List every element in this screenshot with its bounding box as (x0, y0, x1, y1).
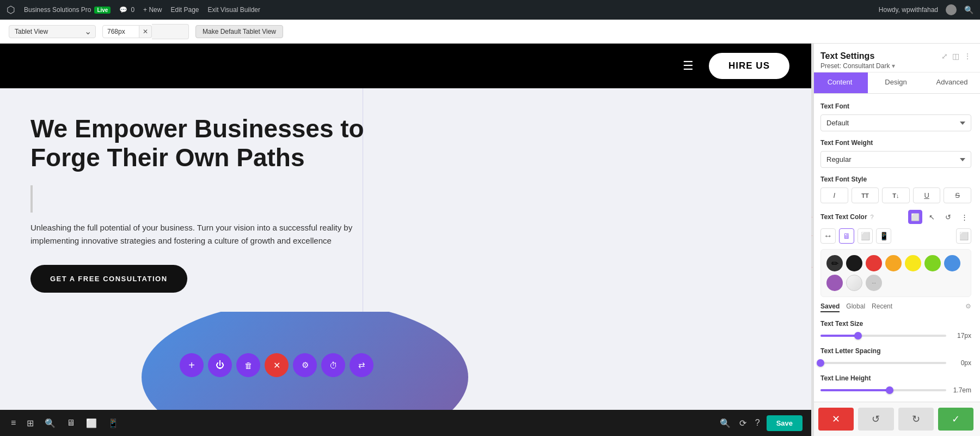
line-height-slider-row: 1.7em (820, 386, 971, 394)
text-font-weight-select[interactable]: Regular (820, 151, 971, 168)
line-height-label: Text Line Height (820, 374, 971, 382)
panel-body: Text Font Default Text Font Weight Regul… (812, 94, 980, 402)
view-select[interactable]: Tablet View (9, 25, 96, 38)
color-cursor-button[interactable]: ↖ (924, 210, 939, 224)
panel-expand-icon[interactable]: ⤢ (941, 52, 948, 60)
bottom-help-icon[interactable]: ? (755, 418, 760, 428)
italic-button[interactable]: I (820, 187, 848, 203)
text-size-track[interactable] (820, 335, 946, 337)
width-input[interactable] (102, 25, 139, 38)
add-element-button[interactable]: + (180, 353, 204, 377)
swatch-tab-global[interactable]: Global (846, 302, 865, 312)
small-caps-button[interactable]: TT (852, 187, 879, 203)
cta-button[interactable]: GET A FREE CONSULTATION (30, 265, 187, 293)
swatch-purple[interactable] (826, 275, 843, 291)
panel-menu-icon[interactable]: ⋮ (964, 52, 971, 60)
mobile-tool-icon[interactable]: 📱 (106, 416, 121, 431)
bottom-search-icon[interactable]: 🔍 (720, 418, 731, 428)
panel-redo-button[interactable]: ↻ (898, 408, 934, 431)
device-arrow-left[interactable]: ↔ (820, 228, 836, 244)
panel-title: Text Settings (820, 51, 874, 61)
underline-button[interactable]: U (913, 187, 941, 203)
admin-bar: ⬡ Business Solutions Pro Live 💬 0 + New … (0, 0, 980, 20)
swatch-orange[interactable] (885, 255, 902, 271)
builder-bottom-toolbar: ≡ ⊞ 🔍 🖥 ⬜ 📱 🔍 ⟳ ? Save (0, 410, 811, 436)
device-mobile-button[interactable]: 📱 (876, 228, 891, 244)
desktop-tool-icon[interactable]: 🖥 (64, 416, 77, 430)
annotation-arrow-3: ← (812, 262, 814, 273)
panel-split-icon[interactable]: ◫ (952, 52, 959, 60)
site-navigation: ☰ HIRE US (0, 44, 811, 88)
swatch-green[interactable] (924, 255, 941, 271)
hamburger-icon[interactable]: ☰ (683, 59, 694, 73)
tab-content[interactable]: Content (812, 72, 868, 93)
hero-description: Unleashing the full potential of your bu… (30, 221, 368, 247)
hire-us-button[interactable]: HIRE US (709, 53, 789, 79)
clear-width-button[interactable]: ✕ (139, 25, 152, 38)
settings-button[interactable]: ⚙ (293, 353, 317, 377)
panel-confirm-button[interactable]: ✓ (938, 408, 973, 431)
save-button[interactable]: Save (767, 415, 803, 431)
panel-undo-button[interactable]: ↺ (858, 408, 893, 431)
comments-icon[interactable]: 💬 0 (119, 6, 134, 14)
site-preview: ☰ HIRE US We Empower Businesses to Forge… (0, 44, 811, 410)
hamburger-tool-icon[interactable]: ≡ (9, 416, 18, 430)
site-name[interactable]: Business Solutions Pro Live (24, 6, 111, 14)
grid-tool-icon[interactable]: ⊞ (24, 416, 36, 431)
strikethrough-button[interactable]: S (944, 187, 971, 203)
text-size-thumb[interactable] (854, 332, 862, 340)
swatch-red[interactable] (866, 255, 882, 271)
swatch-more[interactable]: ··· (866, 275, 882, 291)
annotation-1: 1 ← (812, 210, 814, 224)
color-more-button[interactable]: ⋮ (957, 210, 971, 224)
swatch-settings-icon[interactable]: ⚙ (965, 302, 971, 312)
device-wide-button[interactable]: ⬜ (956, 228, 971, 244)
admin-search-icon[interactable]: 🔍 (964, 5, 973, 14)
admin-bar-right: Howdy, wpwithfahad 🔍 (879, 4, 973, 15)
timer-button[interactable]: ⏱ (321, 353, 345, 377)
swatch-custom[interactable] (846, 275, 862, 291)
swatch-yellow[interactable] (905, 255, 921, 271)
search-tool-icon[interactable]: 🔍 (42, 416, 58, 431)
tab-design[interactable]: Design (868, 72, 924, 93)
edit-page-link[interactable]: Edit Page (170, 6, 199, 14)
annotation-arrow-1: ← (812, 211, 814, 223)
new-content-button[interactable]: + New (143, 6, 162, 14)
swatch-black[interactable] (846, 255, 862, 271)
tablet-tool-icon[interactable]: ⬜ (84, 416, 99, 431)
panel-cancel-button[interactable]: ✕ (818, 408, 854, 431)
wordpress-logo-icon: ⬡ (7, 4, 15, 16)
exit-builder-link[interactable]: Exit Visual Builder (208, 6, 261, 14)
color-action-buttons: ⬜ ↖ ↺ ⋮ (908, 210, 971, 224)
line-height-track[interactable] (820, 389, 946, 391)
avatar (946, 4, 957, 15)
swatch-blue[interactable] (944, 255, 960, 271)
tab-advanced[interactable]: Advanced (924, 72, 980, 93)
letter-spacing-thumb[interactable] (817, 359, 824, 367)
settings-panel: Text Settings ⤢ ◫ ⋮ Preset: Consultant D… (811, 44, 980, 436)
transform-button[interactable]: ⇄ (350, 353, 373, 377)
make-default-button[interactable]: Make Default Tablet View (195, 25, 283, 38)
device-right-buttons: ⬜ (956, 228, 971, 244)
swatch-tab-recent[interactable]: Recent (872, 302, 892, 312)
bottom-refresh-icon[interactable]: ⟳ (739, 418, 746, 428)
text-font-select[interactable]: Default (820, 114, 971, 131)
color-pencil-icon[interactable]: ✏ (826, 255, 843, 271)
device-monitor-button[interactable]: 🖥 (839, 228, 854, 244)
delete-button[interactable]: 🗑 (236, 353, 260, 377)
caps-button[interactable]: T↓ (882, 187, 910, 203)
device-tablet-button[interactable]: ⬜ (857, 228, 873, 244)
line-height-thumb[interactable] (886, 386, 893, 394)
power-button[interactable]: ⏻ (208, 353, 232, 377)
color-reset-button[interactable]: ↺ (941, 210, 955, 224)
canvas-area: ☰ HIRE US We Empower Businesses to Forge… (0, 44, 811, 436)
letter-spacing-track[interactable] (820, 362, 946, 364)
close-element-button[interactable]: ✕ (265, 353, 289, 377)
color-desktop-button[interactable]: ⬜ (908, 210, 922, 224)
swatch-tab-saved[interactable]: Saved (820, 302, 840, 312)
color-help-icon[interactable]: ? (871, 214, 874, 220)
annotation-3: 3 ← (812, 260, 814, 274)
width-input-group: ✕ (102, 24, 189, 39)
panel-preset[interactable]: Preset: Consultant Dark (820, 62, 971, 70)
text-size-value: 17px (952, 332, 971, 340)
